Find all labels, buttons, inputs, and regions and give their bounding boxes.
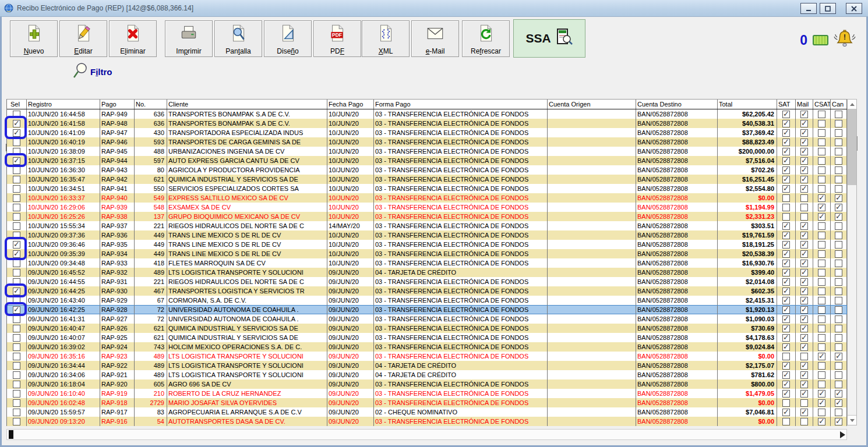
table-row[interactable]: 10/JUN/20 09:35:39RAP-934449TRANS LINE M… (7, 249, 847, 258)
csat-checkbox[interactable] (818, 194, 825, 202)
table-row[interactable]: 09/JUN/20 16:42:25RAP-92872UNIVERSIDAD A… (7, 305, 847, 314)
table-row[interactable]: 09/JUN/20 16:45:52RAP-932489LTS LOGISTIC… (7, 268, 847, 277)
sat-checkbox[interactable] (782, 409, 790, 416)
table-row[interactable]: 09/JUN/20 16:40:07RAP-925621QUIMICA INDU… (7, 333, 847, 342)
can-checkbox[interactable] (835, 278, 842, 286)
can-checkbox[interactable] (835, 306, 842, 314)
imprimir-button[interactable]: Imprimir (165, 20, 213, 57)
pdf-button[interactable]: PDF PDF (313, 20, 361, 57)
sel-checkbox[interactable] (13, 418, 20, 425)
sel-checkbox[interactable] (13, 315, 20, 323)
table-row[interactable]: 10/JUN/20 16:35:47RAP-942621QUIMICA INDU… (7, 175, 847, 184)
sat-checkbox[interactable] (782, 353, 790, 360)
csat-checkbox[interactable] (818, 399, 825, 407)
csat-checkbox[interactable] (818, 334, 825, 342)
sat-checkbox[interactable] (782, 232, 790, 239)
csat-checkbox[interactable] (818, 148, 825, 155)
sel-checkbox[interactable] (13, 278, 20, 286)
sat-checkbox[interactable] (782, 250, 790, 258)
sat-checkbox[interactable] (782, 269, 790, 276)
table-row[interactable]: 10/JUN/20 16:41:09RAP-947430TRANSPORTADO… (7, 128, 847, 137)
table-row[interactable]: 09/JUN/20 16:40:47RAP-926621QUIMICA INDU… (7, 324, 847, 333)
can-checkbox[interactable] (835, 334, 842, 342)
table-row[interactable]: 09/JUN/20 16:02:48RAP-9182729MARIO JOSAF… (7, 398, 847, 407)
table-row[interactable]: 10/JUN/20 16:25:26RAP-938137GRUPO BIOQUI… (7, 212, 847, 221)
can-checkbox[interactable] (835, 111, 842, 118)
sat-checkbox[interactable] (782, 241, 790, 249)
email-button[interactable]: e-Mail (411, 20, 459, 57)
csat-checkbox[interactable] (818, 288, 825, 295)
can-checkbox[interactable] (835, 315, 842, 323)
mail-checkbox[interactable] (800, 194, 808, 202)
sat-checkbox[interactable] (782, 390, 790, 398)
mail-checkbox[interactable] (800, 269, 808, 276)
table-row[interactable]: 10/JUN/20 16:29:06RAP-939548EXSAMEX SA D… (7, 203, 847, 212)
can-checkbox[interactable] (835, 139, 842, 146)
sel-checkbox[interactable] (13, 111, 20, 118)
sat-checkbox[interactable] (782, 371, 790, 379)
csat-checkbox[interactable] (818, 120, 825, 127)
table-row[interactable]: 10/JUN/20 09:34:48RAP-933418FLETES MARRO… (7, 258, 847, 268)
mail-checkbox[interactable] (800, 185, 808, 193)
sel-checkbox[interactable] (13, 371, 20, 379)
sat-checkbox[interactable] (782, 213, 790, 221)
csat-checkbox[interactable] (818, 232, 825, 239)
can-checkbox[interactable] (835, 194, 842, 202)
scroll-right-arrow-icon[interactable] (840, 431, 845, 438)
table-row[interactable]: 09/JUN/20 16:10:40RAP-919210ROBERTO DE L… (7, 389, 847, 398)
table-row[interactable]: 09/JUN/20 16:43:40RAP-92967CORMORAN, S.A… (7, 296, 847, 305)
can-checkbox[interactable] (835, 325, 842, 332)
sel-checkbox[interactable] (13, 176, 20, 183)
can-checkbox[interactable] (835, 176, 842, 183)
table-row[interactable]: 10/JUN/20 16:38:09RAP-945488URBANIZACION… (7, 147, 847, 156)
mail-checkbox[interactable] (800, 390, 808, 398)
can-checkbox[interactable] (835, 288, 842, 295)
editar-button[interactable]: Editar (59, 20, 107, 57)
mail-checkbox[interactable] (800, 334, 808, 342)
mail-checkbox[interactable] (800, 204, 808, 211)
mail-checkbox[interactable] (800, 343, 808, 351)
can-checkbox[interactable] (835, 250, 842, 258)
csat-checkbox[interactable] (818, 166, 825, 174)
sat-checkbox[interactable] (782, 288, 790, 295)
table-row[interactable]: 09/JUN/20 16:44:55RAP-931221RIEGOS HIDRA… (7, 277, 847, 286)
sel-checkbox[interactable] (13, 139, 20, 146)
csat-checkbox[interactable] (818, 213, 825, 221)
csat-checkbox[interactable] (818, 390, 825, 398)
sel-checkbox[interactable] (13, 353, 20, 360)
sel-checkbox[interactable] (13, 213, 20, 221)
sat-checkbox[interactable] (782, 148, 790, 155)
mail-checkbox[interactable] (800, 120, 808, 127)
mail-checkbox[interactable] (800, 176, 808, 183)
mail-checkbox[interactable] (800, 222, 808, 230)
vertical-scrollbar[interactable] (847, 99, 857, 425)
can-checkbox[interactable] (835, 185, 842, 193)
sel-checkbox[interactable] (13, 148, 20, 155)
csat-checkbox[interactable] (818, 297, 825, 304)
table-row[interactable]: 10/JUN/20 16:44:58RAP-949636TRANSPORTES … (7, 109, 847, 119)
mail-checkbox[interactable] (800, 288, 808, 295)
sat-checkbox[interactable] (782, 194, 790, 202)
table-row[interactable]: 09/JUN/20 16:34:06RAP-921489LTS LOGISTIC… (7, 370, 847, 379)
mail-checkbox[interactable] (800, 148, 808, 155)
sel-checkbox[interactable] (13, 120, 20, 127)
csat-checkbox[interactable] (818, 157, 825, 165)
sel-checkbox[interactable] (13, 381, 20, 388)
sat-checkbox[interactable] (782, 343, 790, 351)
mail-checkbox[interactable] (800, 418, 808, 425)
maximize-button[interactable] (820, 3, 836, 14)
sel-checkbox[interactable] (13, 297, 20, 304)
table-row[interactable]: 09/JUN/20 15:59:57RAP-91783AGROPECUARIA … (7, 407, 847, 417)
mail-checkbox[interactable] (800, 362, 808, 370)
sat-checkbox[interactable] (782, 297, 790, 304)
sat-checkbox[interactable] (782, 129, 790, 137)
xml-button[interactable]: XML (362, 20, 410, 57)
sel-checkbox[interactable] (13, 306, 20, 314)
sel-checkbox[interactable] (13, 343, 20, 351)
table-row[interactable]: 09/JUN/20 09:13:20RAP-91654AUTOTRANSPORT… (7, 417, 847, 426)
can-checkbox[interactable] (835, 260, 842, 267)
ssa-button[interactable]: SSA (513, 19, 585, 58)
can-checkbox[interactable] (835, 362, 842, 370)
mail-checkbox[interactable] (800, 166, 808, 174)
can-checkbox[interactable] (835, 297, 842, 304)
